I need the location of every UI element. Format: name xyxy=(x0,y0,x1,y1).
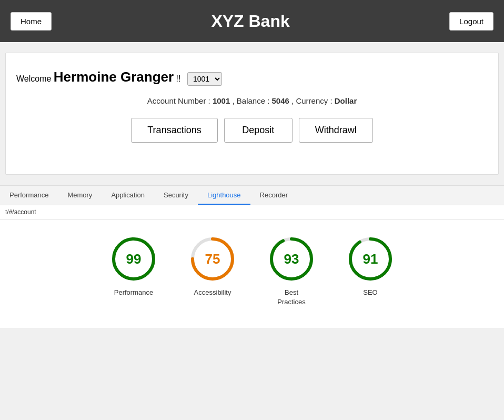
welcome-suffix: !! xyxy=(176,74,181,83)
score-value-performance: 99 xyxy=(126,251,142,267)
score-accessibility: 75 Accessibility xyxy=(189,235,236,307)
welcome-section: Welcome Hermoine Granger !! 1001 1002 10… xyxy=(16,69,488,86)
action-buttons: Transactions Deposit Withdrawl xyxy=(16,118,488,143)
account-info: Account Number : 1001 , Balance : 5046 ,… xyxy=(16,96,488,105)
home-button[interactable]: Home xyxy=(11,12,52,31)
account-select[interactable]: 1001 1002 1003 xyxy=(187,72,222,86)
score-label-best-practices: BestPractices xyxy=(277,288,305,307)
devtools-tabs: Performance Memory Application Security … xyxy=(0,185,504,205)
logout-button[interactable]: Logout xyxy=(449,12,493,31)
app-title: XYZ Bank xyxy=(52,12,449,31)
score-label-seo: SEO xyxy=(363,288,377,297)
score-value-seo: 91 xyxy=(363,251,378,267)
balance-value: 5046 xyxy=(272,96,289,105)
url-bar: t/#/account xyxy=(0,205,504,219)
score-circle-performance: 99 xyxy=(110,235,157,283)
score-seo: 91 SEO xyxy=(347,235,394,307)
deposit-button[interactable]: Deposit xyxy=(224,118,293,143)
account-number-value: 1001 xyxy=(213,96,230,105)
score-label-performance: Performance xyxy=(114,288,153,297)
currency-label: Currency : xyxy=(296,96,332,105)
user-name: Hermoine Granger xyxy=(54,69,174,85)
score-best-practices: 93 BestPractices xyxy=(268,235,315,307)
header: Home XYZ Bank Logout xyxy=(0,0,504,42)
lighthouse-section: 99 Performance 75 Accessibility 93 BestP… xyxy=(0,219,504,328)
score-circle-seo: 91 xyxy=(347,235,394,283)
tab-lighthouse[interactable]: Lighthouse xyxy=(198,186,250,205)
welcome-prefix: Welcome xyxy=(16,74,51,83)
tab-performance[interactable]: Performance xyxy=(0,186,58,205)
balance-label: Balance : xyxy=(237,96,270,105)
currency-value: Dollar xyxy=(335,96,357,105)
tab-recorder[interactable]: Recorder xyxy=(250,186,297,205)
withdrawl-button[interactable]: Withdrawl xyxy=(299,118,373,143)
score-circle-accessibility: 75 xyxy=(189,235,236,283)
score-circle-best-practices: 93 xyxy=(268,235,315,283)
score-value-accessibility: 75 xyxy=(205,251,220,267)
tab-security[interactable]: Security xyxy=(154,186,198,205)
score-label-accessibility: Accessibility xyxy=(194,288,231,297)
account-number-label: Account Number : xyxy=(147,96,210,105)
current-url: t/#/account xyxy=(5,208,36,216)
tab-memory[interactable]: Memory xyxy=(58,186,102,205)
tab-application[interactable]: Application xyxy=(102,186,154,205)
transactions-button[interactable]: Transactions xyxy=(131,118,217,143)
score-performance: 99 Performance xyxy=(110,235,157,307)
score-value-best-practices: 93 xyxy=(284,251,299,267)
main-card: Welcome Hermoine Granger !! 1001 1002 10… xyxy=(5,53,499,175)
